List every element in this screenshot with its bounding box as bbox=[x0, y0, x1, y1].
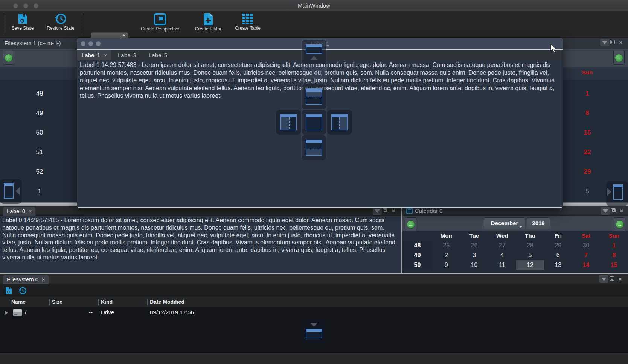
year-select-button[interactable]: 2019 bbox=[527, 217, 550, 229]
window-title: MainWindow bbox=[0, 2, 628, 9]
drop-indicator-edge-top[interactable] bbox=[306, 44, 322, 54]
calendar-day[interactable]: 27 bbox=[488, 241, 516, 250]
restore-icon[interactable] bbox=[18, 287, 27, 295]
filesystem0-close-button[interactable]: × bbox=[616, 275, 625, 283]
tab-label5[interactable]: Label 5 bbox=[144, 50, 172, 60]
toolbar-separator bbox=[84, 14, 84, 35]
tab-close-icon[interactable]: × bbox=[42, 275, 45, 284]
calendar-day[interactable]: 8 bbox=[600, 250, 628, 260]
prev-arrow-icon: ← bbox=[407, 220, 415, 229]
central-menu-button[interactable] bbox=[600, 39, 609, 46]
calendar-day[interactable]: 6 bbox=[544, 250, 572, 260]
restore-state-button[interactable]: Restore State bbox=[38, 13, 83, 31]
calendar-day[interactable]: 2 bbox=[432, 250, 460, 260]
calendar-day[interactable]: 25 bbox=[432, 241, 460, 250]
file-row[interactable]: / -- Drive 09/12/2019 17:56 bbox=[0, 307, 628, 318]
window-titlebar: MainWindow bbox=[0, 0, 628, 11]
calendar-day[interactable]: 3 bbox=[460, 250, 488, 260]
filesystem0-tabbar: Filesystem 0× × bbox=[0, 274, 628, 284]
column-name[interactable]: Name bbox=[11, 297, 26, 307]
week-number: 50 bbox=[15, 123, 64, 143]
central-next-month-button[interactable]: → bbox=[613, 51, 625, 65]
tab-label3[interactable]: Label 3 bbox=[113, 50, 141, 60]
filesystem0-menu-button[interactable] bbox=[599, 275, 608, 283]
calendar-day[interactable]: 13 bbox=[544, 260, 572, 270]
tab-label1[interactable]: Label 1× bbox=[77, 50, 111, 60]
tab-close-icon[interactable]: × bbox=[29, 207, 32, 216]
calendar-day[interactable]: 30 bbox=[572, 241, 600, 250]
main-toolbar: Save State Restore State Create Perspect… bbox=[0, 11, 628, 38]
day-header: Thu bbox=[516, 231, 544, 241]
filesystem0-float-button[interactable] bbox=[608, 275, 617, 283]
expand-triangle-icon[interactable] bbox=[5, 311, 8, 315]
central-panel-title: Filesystem 1 (c+ m- f-) bbox=[5, 40, 61, 46]
calendar-day[interactable]: 26 bbox=[460, 241, 488, 250]
central-float-button[interactable] bbox=[608, 39, 617, 46]
tab-filesystem0[interactable]: Filesystem 0× bbox=[3, 275, 49, 284]
day-header: Tue bbox=[460, 231, 488, 241]
arrow-down-icon bbox=[310, 323, 318, 327]
day-header: Sun bbox=[600, 231, 628, 241]
tab-label0[interactable]: Label 0× bbox=[3, 207, 35, 216]
save-icon[interactable] bbox=[5, 287, 13, 295]
calendar-day[interactable]: 4 bbox=[488, 250, 516, 260]
day-header: Wed bbox=[488, 231, 516, 241]
label0-menu-button[interactable] bbox=[373, 207, 382, 215]
calendar-date[interactable]: 15 bbox=[572, 123, 602, 143]
column-size[interactable]: Size bbox=[52, 297, 62, 307]
calendar-day[interactable]: 15 bbox=[600, 260, 628, 270]
week-number: 50 bbox=[402, 260, 432, 270]
create-table-button[interactable]: Create Table bbox=[225, 13, 270, 31]
calendar-day[interactable]: 9 bbox=[432, 260, 460, 270]
file-name: / bbox=[25, 307, 26, 318]
calendar0-menu-button[interactable] bbox=[601, 207, 610, 215]
create-perspective-button[interactable]: Create Perspective bbox=[137, 13, 183, 32]
label0-float-button[interactable] bbox=[381, 207, 390, 215]
calendar0-prev-month-button[interactable]: ← bbox=[405, 217, 416, 231]
calendar0-close-button[interactable]: × bbox=[617, 207, 626, 215]
tab-close-icon[interactable]: × bbox=[104, 52, 107, 58]
central-sun-column: 1 8 15 22 29 5 bbox=[572, 84, 602, 201]
calendar-day[interactable]: 1 bbox=[600, 241, 628, 250]
drop-indicator-top[interactable] bbox=[306, 88, 322, 105]
drop-indicator-edge-bottom[interactable] bbox=[306, 329, 322, 338]
week-number: 48 bbox=[15, 84, 64, 103]
central-prev-month-button[interactable]: ← bbox=[3, 51, 14, 65]
calendar-day[interactable]: 29 bbox=[544, 241, 572, 250]
drop-indicator-edge-right[interactable] bbox=[613, 184, 623, 200]
create-table-label: Create Table bbox=[225, 26, 270, 31]
calendar-date[interactable]: 29 bbox=[572, 162, 602, 182]
create-editor-icon bbox=[203, 13, 213, 26]
column-kind[interactable]: Kind bbox=[101, 297, 113, 307]
day-header: Mon bbox=[432, 231, 460, 241]
arrow-right-icon bbox=[607, 188, 611, 196]
calendar-date[interactable]: 8 bbox=[572, 103, 602, 123]
create-editor-button[interactable]: Create Editor bbox=[186, 13, 231, 32]
month-select-button[interactable]: December bbox=[484, 217, 525, 229]
drop-indicator-bottom[interactable] bbox=[306, 140, 322, 156]
calendar0-next-month-button[interactable]: → bbox=[614, 217, 625, 231]
arrow-left-icon bbox=[15, 187, 20, 195]
calendar-day[interactable]: 10 bbox=[460, 260, 488, 270]
calendar-day[interactable]: 28 bbox=[516, 241, 544, 250]
calendar0-float-button[interactable] bbox=[609, 207, 618, 215]
drop-indicator-left[interactable] bbox=[280, 114, 297, 130]
calendar-date[interactable]: 22 bbox=[572, 143, 602, 162]
day-header: Fri bbox=[544, 231, 572, 241]
calendar-day-selected[interactable]: 12 bbox=[516, 260, 544, 270]
calendar-date[interactable]: 1 bbox=[572, 84, 602, 103]
calendar-day[interactable]: 11 bbox=[488, 260, 516, 270]
create-table-icon bbox=[241, 13, 254, 25]
calendar-day[interactable]: 7 bbox=[572, 250, 600, 260]
drop-indicator-edge-left[interactable] bbox=[4, 183, 14, 199]
week-number: 52 bbox=[15, 162, 64, 182]
calendar-date[interactable]: 5 bbox=[572, 182, 602, 201]
central-close-button[interactable]: × bbox=[617, 39, 626, 46]
restore-icon bbox=[54, 13, 67, 25]
calendar-day[interactable]: 14 bbox=[572, 260, 600, 270]
drop-indicator-right[interactable] bbox=[331, 114, 348, 130]
label0-close-button[interactable]: × bbox=[389, 207, 398, 215]
drop-indicator-center[interactable] bbox=[306, 114, 322, 130]
column-date-modified[interactable]: Date Modified bbox=[150, 297, 184, 307]
calendar-day[interactable]: 5 bbox=[516, 250, 544, 260]
